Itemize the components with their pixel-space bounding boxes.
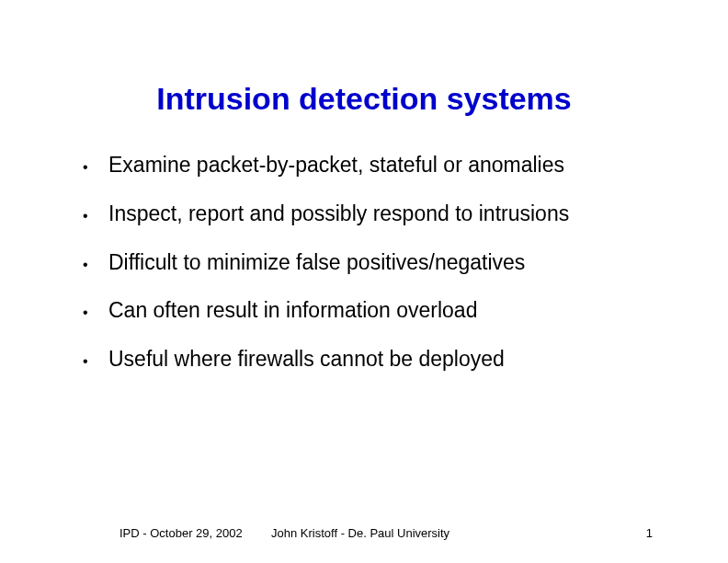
bullet-dot-icon: • [83, 300, 108, 320]
bullet-dot-icon: • [83, 203, 108, 224]
bullet-item: • Can often result in information overlo… [83, 297, 654, 324]
bullet-item: • Difficult to minimize false positives/… [83, 249, 654, 276]
footer-page-number: 1 [646, 526, 653, 540]
bullet-text: Examine packet-by-packet, stateful or an… [108, 152, 564, 178]
bullet-text: Can often result in information overload [108, 297, 477, 324]
slide-title: Intrusion detection systems [0, 81, 728, 117]
bullet-dot-icon: • [83, 349, 108, 369]
bullet-dot-icon: • [83, 252, 108, 272]
bullet-text: Difficult to minimize false positives/ne… [108, 249, 525, 276]
bullet-list: • Examine packet-by-packet, stateful or … [83, 152, 654, 395]
footer-date: IPD - October 29, 2002 [119, 526, 243, 540]
bullet-item: • Inspect, report and possibly respond t… [83, 201, 654, 227]
bullet-text: Useful where firewalls cannot be deploye… [108, 346, 505, 373]
bullet-item: • Examine packet-by-packet, stateful or … [83, 152, 654, 178]
bullet-text: Inspect, report and possibly respond to … [108, 201, 569, 227]
footer-author: John Kristoff - De. Paul University [271, 526, 449, 540]
bullet-dot-icon: • [83, 155, 108, 175]
bullet-item: • Useful where firewalls cannot be deplo… [83, 346, 654, 373]
